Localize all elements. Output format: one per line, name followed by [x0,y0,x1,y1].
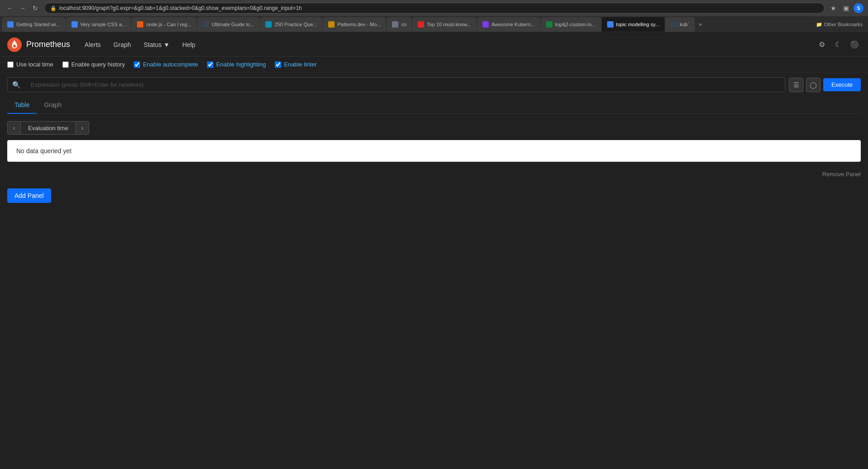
use-local-time-checkbox[interactable]: Use local time [7,61,53,68]
enable-autocomplete-label: Enable autocomplete [143,61,198,68]
remove-panel-row: Remove Panel [0,169,868,181]
nav-graph[interactable]: Graph [108,38,137,51]
enable-autocomplete-input[interactable] [134,61,140,68]
alerts-bell-icon[interactable]: ⚫ [848,38,861,51]
brand-name: Prometheus [26,40,70,49]
query-bar: 🔍 ☰ ◯ Execute [0,73,868,97]
tab-favicon [265,21,272,28]
enable-linter-checkbox[interactable]: Enable linter [275,61,316,68]
eval-time-bar: ‹ Evaluation time › [7,121,861,135]
app: Prometheus Alerts Graph Status ▼ Help ⚙ … [0,33,868,469]
browser-tab[interactable]: Awesome Kubern... [477,17,540,32]
enable-query-history-label: Enable query history [71,61,125,68]
tab-table[interactable]: Table [7,97,37,114]
tab-graph[interactable]: Graph [37,97,69,114]
tab-label: Ultimate Guide to... [212,22,254,27]
browser-tab[interactable]: log4j2-custom-lo... [541,17,601,32]
tab-favicon [546,21,552,28]
use-local-time-input[interactable] [7,61,14,68]
browser-tab[interactable]: Very simple CSS a... [66,17,132,32]
browser-tab[interactable]: 250 Practice Que... [260,17,322,32]
enable-autocomplete-checkbox[interactable]: Enable autocomplete [134,61,198,68]
add-panel-button[interactable]: Add Panel [7,188,51,203]
tab-label: kub` [679,22,689,27]
add-panel-row: Add Panel [0,181,868,210]
tab-label: co [401,22,406,27]
tab-favicon [71,21,78,28]
address-bar[interactable]: 🔒 localhost:9090/graph?g0.expr=&g0.tab=1… [44,3,825,14]
tab-favicon [7,21,14,28]
no-data-message: No data queried yet [7,140,861,162]
remove-panel-button[interactable]: Remove Panel [822,171,861,178]
reload-button[interactable]: ↻ [30,3,41,14]
tab-label: Top 10 must-know... [427,22,471,27]
lock-icon: 🔒 [50,5,57,11]
enable-query-history-input[interactable] [62,61,69,68]
tab-favicon [137,21,143,28]
metrics-explorer-button[interactable]: ◯ [806,78,821,92]
svg-point-1 [13,45,16,47]
browser-tab[interactable]: Ultimate Guide to... [197,17,259,32]
browser-tab[interactable]: co [387,17,412,32]
enable-query-history-checkbox[interactable]: Enable query history [62,61,125,68]
tab-label: topic modelling sy... [616,22,660,27]
browser-tab[interactable]: Top 10 must-know... [412,17,476,32]
tab-favicon [607,21,613,28]
tab-favicon [670,21,677,28]
enable-highlighting-checkbox[interactable]: Enable highlighting [207,61,266,68]
browser-tab[interactable]: node.js - Can I reg... [132,17,197,32]
bookmarks-button[interactable]: 📁 Other Bookmarks [812,22,866,28]
enable-linter-input[interactable] [275,61,281,68]
extension-icon[interactable]: ▣ [841,3,851,13]
use-local-time-label: Use local time [16,61,53,68]
settings-icon[interactable]: ⚙ [816,38,828,51]
browser-tab[interactable]: kub` [665,17,694,32]
enable-highlighting-input[interactable] [207,61,213,68]
tab-label: 250 Practice Que... [274,22,317,27]
tab-favicon [392,21,398,28]
enable-highlighting-label: Enable highlighting [216,61,266,68]
browser-tab[interactable]: Getting Started wi... [2,17,66,32]
browser-tab[interactable]: Patterns.dev - Mo... [323,17,386,32]
enable-linter-label: Enable linter [284,61,316,68]
navbar-nav: Alerts Graph Status ▼ Help [79,38,201,51]
panel-tabs: Table Graph [7,97,861,114]
panel: Table Graph [0,97,868,114]
browser-actions: ★ ▣ S [828,3,863,13]
query-input-wrapper: 🔍 [7,77,785,92]
query-actions: ☰ ◯ Execute [789,78,861,92]
tabs-more-button[interactable]: » [695,21,706,28]
browser-toolbar: ← → ↻ 🔒 localhost:9090/graph?g0.expr=&g0… [0,0,868,16]
browser-tab[interactable]: topic modelling sy... [602,17,665,32]
eval-time-label: Evaluation time [21,121,75,135]
tab-label: node.js - Can I reg... [146,22,191,27]
execute-button[interactable]: Execute [823,78,861,91]
navbar: Prometheus Alerts Graph Status ▼ Help ⚙ … [0,33,868,56]
eval-time-next-button[interactable]: › [75,121,89,135]
theme-toggle-icon[interactable]: ☾ [832,38,844,51]
nav-alerts[interactable]: Alerts [79,38,106,51]
tab-label: Getting Started wi... [16,22,60,27]
nav-help[interactable]: Help [177,38,201,51]
navbar-right: ⚙ ☾ ⚫ [816,38,861,51]
tab-favicon [328,21,335,28]
nav-buttons: ← → ↻ [5,3,41,14]
tab-favicon [203,21,209,28]
table-area: ‹ Evaluation time › No data queried yet [0,114,868,169]
prometheus-logo-icon [7,38,22,52]
search-icon: 🔍 [8,81,25,89]
chevron-down-icon: ▼ [163,41,170,48]
tabs-bar: Getting Started wi...Very simple CSS a..… [0,16,868,33]
profile-icon[interactable]: S [854,3,863,13]
eval-time-prev-button[interactable]: ‹ [7,121,21,135]
nav-status[interactable]: Status ▼ [138,38,175,51]
tab-label: Awesome Kubern... [491,22,535,27]
bookmark-star-icon[interactable]: ★ [828,3,838,13]
back-button[interactable]: ← [5,3,15,14]
forward-button[interactable]: → [17,3,28,14]
tab-label: Very simple CSS a... [80,22,126,27]
format-query-button[interactable]: ☰ [789,78,803,92]
url-text: localhost:9090/graph?g0.expr=&g0.tab=1&g… [59,5,302,11]
navbar-brand: Prometheus [7,38,70,52]
query-input[interactable] [25,78,785,92]
